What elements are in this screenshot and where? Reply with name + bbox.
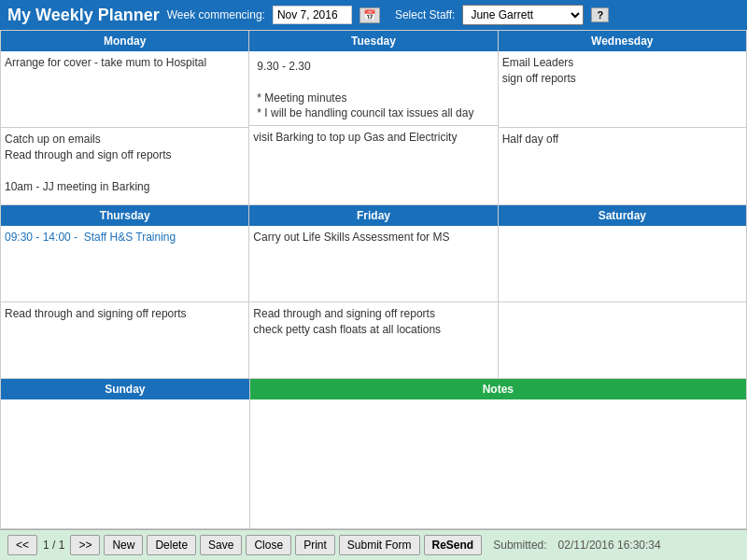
tuesday-scroll[interactable]: 9.30 - 2.30 * Meeting minutes * I will b… — [253, 55, 493, 121]
monday-top-text: Arrange for cover - take mum to Hospital — [5, 56, 206, 69]
submitted-label: Submitted: — [493, 539, 546, 552]
wednesday-top[interactable]: Email Leaders sign off reports — [499, 51, 746, 128]
saturday-col: Saturday — [499, 205, 746, 379]
tuesday-header: Tuesday — [249, 31, 497, 51]
next-button[interactable]: >> — [70, 535, 100, 555]
week-input[interactable] — [273, 6, 352, 24]
thursday-top[interactable]: 09:30 - 14:00 - Staff H&S Training — [1, 226, 248, 302]
delete-button[interactable]: Delete — [147, 535, 196, 555]
sunday-content[interactable] — [1, 399, 249, 528]
friday-top[interactable]: Carry out Life Skills Assessment for MS — [249, 226, 497, 302]
saturday-content — [499, 226, 746, 379]
week-label: Week commencing: — [167, 8, 265, 21]
row-bottom: Thursday 09:30 - 14:00 - Staff H&S Train… — [1, 205, 746, 380]
app: My Weekly Planner Week commencing: 📅 Sel… — [0, 0, 747, 560]
sunday-col: Sunday — [1, 379, 250, 528]
row-last: Sunday Notes — [1, 379, 746, 528]
prev-button[interactable]: << — [7, 535, 37, 555]
thursday-top-text: 09:30 - 14:00 - Staff H&S Training — [5, 231, 176, 244]
notes-header: Notes — [250, 379, 746, 399]
staff-label: Select Staff: — [395, 8, 455, 21]
tuesday-bottom[interactable]: visit Barking to top up Gas and Electric… — [249, 126, 497, 204]
notes-col: Notes — [250, 379, 746, 528]
monday-bottom[interactable]: Catch up on emails Read through and sign… — [1, 128, 248, 203]
monday-content: Arrange for cover - take mum to Hospital… — [1, 51, 248, 204]
friday-col: Friday Carry out Life Skills Assessment … — [249, 205, 498, 379]
friday-bottom-text: Read through and signing off reports che… — [253, 307, 441, 336]
save-button[interactable]: Save — [200, 535, 242, 555]
thursday-bottom-text: Read through and signing off reports — [5, 307, 187, 320]
friday-top-text: Carry out Life Skills Assessment for MS — [253, 231, 449, 244]
saturday-header: Saturday — [499, 205, 746, 226]
monday-top[interactable]: Arrange for cover - take mum to Hospital — [1, 51, 248, 128]
calendar-grid: Monday Arrange for cover - take mum to H… — [0, 30, 747, 529]
wednesday-bottom[interactable]: Half day off — [499, 128, 746, 203]
tuesday-col: Tuesday 9.30 - 2.30 * Meeting minutes * … — [249, 31, 498, 204]
wednesday-bottom-text: Half day off — [502, 133, 558, 146]
thursday-header: Thursday — [1, 205, 248, 226]
monday-bottom-text: Catch up on emails Read through and sign… — [5, 133, 172, 192]
monday-col: Monday Arrange for cover - take mum to H… — [1, 31, 249, 204]
friday-content: Carry out Life Skills Assessment for MS … — [249, 226, 497, 379]
tuesday-content: 9.30 - 2.30 * Meeting minutes * I will b… — [249, 51, 497, 204]
row-top: Monday Arrange for cover - take mum to H… — [1, 31, 746, 205]
thursday-col: Thursday 09:30 - 14:00 - Staff H&S Train… — [1, 205, 249, 379]
wednesday-content: Email Leaders sign off reports Half day … — [499, 51, 746, 204]
tuesday-top-text: 9.30 - 2.30 * Meeting minutes * I will b… — [257, 60, 473, 119]
friday-header: Friday — [249, 205, 497, 226]
monday-header: Monday — [1, 31, 248, 51]
sunday-header: Sunday — [1, 379, 249, 399]
wednesday-header: Wednesday — [499, 31, 746, 51]
footer: << 1 / 1 >> New Delete Save Close Print … — [0, 529, 747, 560]
tuesday-bottom-text: visit Barking to top up Gas and Electric… — [253, 131, 457, 144]
saturday-bottom[interactable] — [499, 302, 746, 378]
new-button[interactable]: New — [104, 535, 143, 555]
notes-content[interactable] — [250, 399, 746, 528]
saturday-top[interactable] — [499, 226, 746, 302]
calendar-icon[interactable]: 📅 — [359, 7, 380, 23]
close-button[interactable]: Close — [246, 535, 291, 555]
help-button[interactable]: ? — [591, 7, 609, 22]
thursday-bottom[interactable]: Read through and signing off reports — [1, 302, 248, 378]
submit-button[interactable]: Submit Form — [339, 535, 420, 555]
resend-button[interactable]: ReSend — [424, 535, 483, 555]
header: My Weekly Planner Week commencing: 📅 Sel… — [0, 0, 747, 30]
submitted-value: 02/11/2016 16:30:34 — [558, 539, 661, 552]
friday-bottom[interactable]: Read through and signing off reports che… — [249, 302, 497, 378]
page-info: 1 / 1 — [43, 539, 64, 552]
staff-select[interactable]: June Garrett — [462, 5, 584, 25]
thursday-content: 09:30 - 14:00 - Staff H&S Training Read … — [1, 226, 248, 379]
wednesday-col: Wednesday Email Leaders sign off reports… — [499, 31, 746, 204]
wednesday-top-text: Email Leaders sign off reports — [502, 56, 576, 85]
print-button[interactable]: Print — [295, 535, 335, 555]
tuesday-top[interactable]: 9.30 - 2.30 * Meeting minutes * I will b… — [249, 51, 497, 126]
app-title: My Weekly Planner — [7, 6, 160, 25]
